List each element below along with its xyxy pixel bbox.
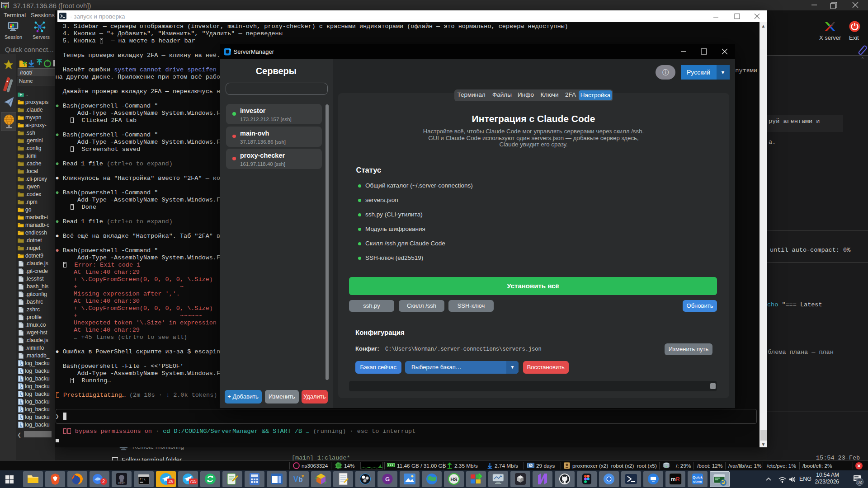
svg-text:HS: HS [450, 477, 457, 482]
svg-text:m: m [671, 476, 676, 483]
svg-text:V: V [293, 475, 298, 483]
svg-text:b: b [299, 476, 303, 483]
svg-text:utmo: utmo [693, 479, 702, 483]
svg-text:G: G [385, 476, 389, 483]
svg-text:C:\: C:\ [140, 478, 146, 481]
svg-text:R: R [676, 476, 680, 483]
svg-text:Quick: Quick [692, 475, 703, 479]
svg-text:FRGY: FRGY [118, 482, 125, 484]
